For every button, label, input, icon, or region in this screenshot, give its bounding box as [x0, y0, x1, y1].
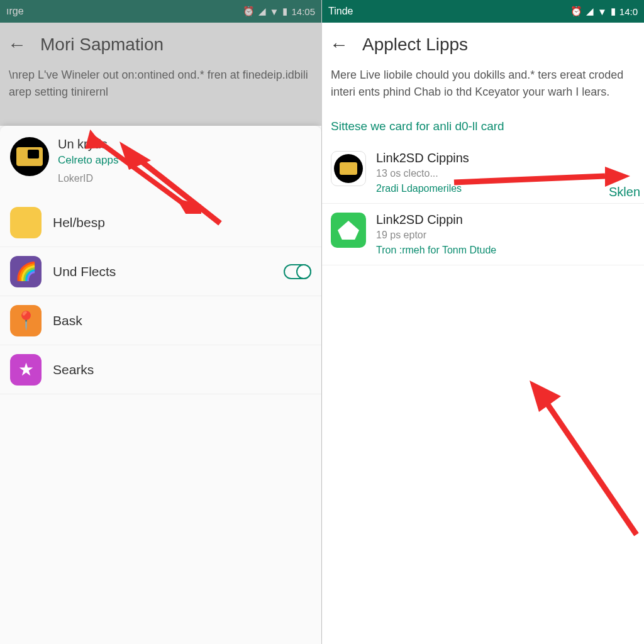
- page-title-left: Mori Sapmation: [40, 35, 164, 55]
- svg-line-8: [542, 396, 636, 535]
- time-label: 14:05: [291, 6, 315, 17]
- sheet-app-sub: Celreto apps: [58, 154, 311, 167]
- app-sub: 19 ps eptor: [376, 230, 635, 241]
- list-label: Und Flects: [53, 264, 272, 279]
- left-panel: ırge ⏰ ◢ ▼ ▮ 14:05 ← Mori Sapmation \nre…: [0, 0, 322, 644]
- app-link: 2radi Ldapomeriles: [376, 183, 635, 194]
- section-header: Sittese we card for anli d0-ll card: [322, 107, 644, 142]
- list-item[interactable]: ★ Searks: [0, 345, 321, 394]
- back-icon[interactable]: ←: [330, 34, 348, 55]
- header-left: ← Mori Sapmation: [0, 23, 321, 67]
- status-icons: ⏰ ◢ ▼ ▮ 14:0: [570, 6, 638, 17]
- app-list-left: Hel/besp 🌈 Und Flects 📍 Bask ★ Searks: [0, 198, 321, 394]
- list-label: Bask: [53, 313, 311, 328]
- status-icons: ⏰ ◢ ▼ ▮ 14:05: [243, 6, 315, 17]
- bottom-sheet: Un kryds Celreto apps LokerID Hel/besp 🌈…: [0, 126, 321, 644]
- list-label: Searks: [53, 362, 311, 377]
- app-list-item[interactable]: Link2SD Cippins 13 os clecto... 2radi Ld…: [322, 142, 644, 204]
- app-list-item[interactable]: Link2SD Cippin 19 ps eptor Tron :rmeh fo…: [322, 204, 644, 265]
- back-icon[interactable]: ←: [8, 34, 26, 55]
- list-item[interactable]: Hel/besp: [0, 198, 321, 247]
- rainbow-icon: 🌈: [10, 256, 42, 287]
- sheet-app-icon: [10, 137, 49, 176]
- carrier-label: Tinde: [328, 6, 353, 17]
- right-panel: Tinde ⏰ ◢ ▼ ▮ 14:0 ← Applect Lipps Mere …: [322, 0, 644, 644]
- alarm-icon: ⏰: [243, 6, 255, 17]
- pin-icon: 📍: [10, 305, 42, 336]
- status-bar-right: Tinde ⏰ ◢ ▼ ▮ 14:0: [322, 0, 644, 23]
- svg-marker-9: [530, 380, 561, 412]
- app-name: Link2SD Cippins: [376, 151, 635, 165]
- description-right: Mere Live liobile chould you dokills and…: [322, 67, 644, 107]
- page-title-right: Applect Lipps: [362, 35, 468, 55]
- wifi-icon: ▼: [597, 6, 607, 17]
- list-label: Hel/besp: [53, 215, 311, 230]
- app-link: Tron :rmeh for Tonm Dtude: [376, 245, 635, 256]
- signal-icon: ◢: [258, 6, 266, 17]
- sheet-app-name: Un kryds: [58, 137, 311, 152]
- app-icon-link2sd: [331, 151, 366, 186]
- carrier-label: ırge: [6, 6, 24, 17]
- apple-icon: [10, 207, 42, 238]
- side-action-label[interactable]: Sklen: [605, 182, 644, 202]
- app-name: Link2SD Cippin: [376, 213, 635, 227]
- app-sub: 13 os clecto...: [376, 168, 635, 179]
- annotation-arrow-right-bottom: [517, 377, 644, 541]
- wifi-icon: ▼: [270, 6, 279, 17]
- battery-icon: ▮: [611, 6, 616, 17]
- list-item[interactable]: 🌈 Und Flects: [0, 247, 321, 296]
- alarm-icon: ⏰: [570, 6, 582, 17]
- time-label: 14:0: [619, 6, 638, 17]
- header-right: ← Applect Lipps: [322, 23, 644, 67]
- star-icon: ★: [10, 354, 42, 386]
- signal-icon: ◢: [586, 6, 594, 17]
- status-bar-left: ırge ⏰ ◢ ▼ ▮ 14:05: [0, 0, 321, 23]
- toggle-switch[interactable]: [284, 264, 311, 279]
- battery-icon: ▮: [282, 6, 287, 17]
- list-item[interactable]: 📍 Bask: [0, 296, 321, 345]
- app-icon-green: [331, 213, 366, 248]
- sheet-app-meta: LokerID: [58, 173, 311, 184]
- description-left: \nrep L've Wineler out on:ontined ond.* …: [0, 67, 321, 107]
- sheet-header[interactable]: Un kryds Celreto apps LokerID: [0, 126, 321, 192]
